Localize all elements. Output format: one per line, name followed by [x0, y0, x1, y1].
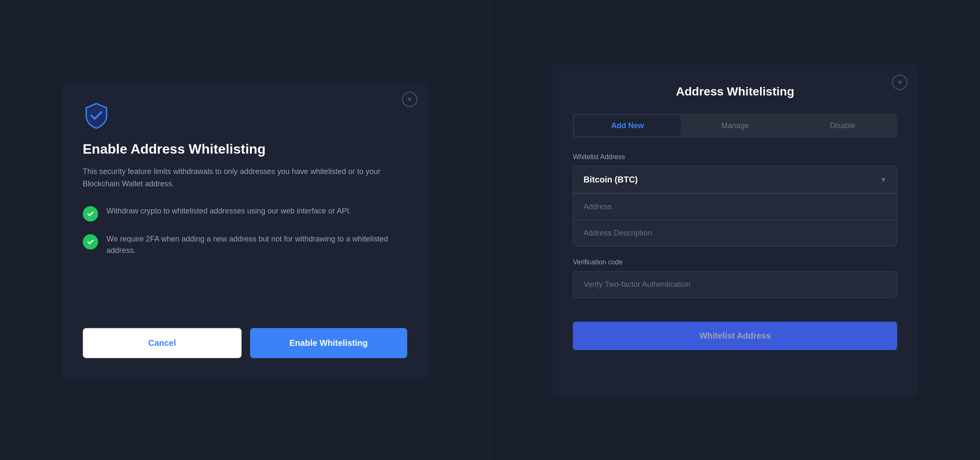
tabs-container: Add New Manage Disable — [573, 114, 897, 138]
features-list: Withdraw crypto to whitelisted addresses… — [83, 205, 407, 308]
left-modal-description: This security feature limits withdrawals… — [83, 165, 407, 190]
enable-whitelisting-modal: × Enable Address Whitelisting This secur… — [62, 81, 428, 379]
currency-dropdown[interactable]: Bitcoin (BTC) ▼ — [573, 166, 897, 194]
dropdown-arrow-icon: ▼ — [880, 176, 887, 184]
verification-section: Verification code — [573, 258, 897, 298]
enable-whitelisting-button[interactable]: Enable Whitelisting — [250, 328, 407, 358]
panels-container: × Enable Address Whitelisting This secur… — [0, 0, 980, 460]
check-icon-1 — [83, 206, 98, 222]
verification-label: Verification code — [573, 258, 897, 266]
left-modal-title: Enable Address Whitelisting — [83, 141, 407, 157]
whitelist-address-label: Whitelist Address — [573, 153, 897, 161]
whitelist-address-section: Whitelist Address Bitcoin (BTC) ▼ — [573, 153, 897, 247]
feature-text-1: Withdraw crypto to whitelisted addresses… — [107, 205, 351, 217]
tab-add-new[interactable]: Add New — [574, 115, 680, 136]
modal-actions: Cancel Enable Whitelisting — [83, 328, 407, 358]
tab-manage[interactable]: Manage — [682, 115, 788, 136]
currency-selected-value: Bitcoin (BTC) — [583, 175, 638, 185]
feature-item-1: Withdraw crypto to whitelisted addresses… — [83, 205, 407, 222]
feature-text-2: We require 2FA when adding a new address… — [107, 233, 407, 256]
right-modal-close-button[interactable]: × — [892, 75, 907, 90]
tab-disable[interactable]: Disable — [790, 115, 896, 136]
whitelist-address-button[interactable]: Whitelist Address — [573, 322, 897, 350]
right-modal-title: Address Whitelisting — [573, 85, 897, 98]
feature-item-2: We require 2FA when adding a new address… — [83, 233, 407, 256]
verification-input[interactable] — [573, 271, 897, 298]
shield-icon — [83, 102, 407, 131]
address-input[interactable] — [573, 194, 897, 220]
left-panel: × Enable Address Whitelisting This secur… — [0, 0, 490, 460]
address-whitelisting-modal: × Address Whitelisting Add New Manage Di… — [552, 65, 918, 395]
cancel-button[interactable]: Cancel — [83, 328, 242, 358]
check-icon-2 — [83, 234, 98, 250]
address-description-input[interactable] — [573, 220, 897, 246]
left-modal-close-button[interactable]: × — [402, 92, 417, 107]
right-panel: × Address Whitelisting Add New Manage Di… — [490, 0, 980, 460]
address-fields-group: Bitcoin (BTC) ▼ — [573, 166, 897, 247]
